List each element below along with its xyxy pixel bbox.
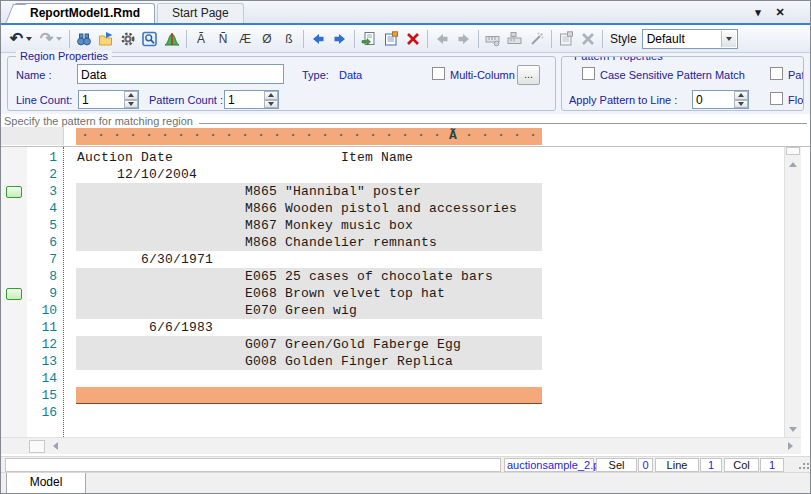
region-properties-button[interactable]: [380, 28, 402, 50]
trap-o-slash-button[interactable]: Ø: [256, 28, 278, 50]
combobox-dropdown-icon[interactable]: [721, 31, 736, 47]
multi-column-ellipsis-button[interactable]: ...: [517, 65, 540, 85]
trap-nonblank-button[interactable]: Ñ: [212, 28, 234, 50]
report-row[interactable]: 14: [1, 370, 792, 387]
apply-pattern-input[interactable]: [693, 91, 733, 108]
status-message-cell: [5, 458, 501, 472]
redo-icon: ↷: [40, 31, 53, 47]
scroll-down-icon[interactable]: [785, 421, 801, 437]
tab-list-menu-icon[interactable]: ▾: [750, 4, 766, 20]
new-region-button[interactable]: [358, 28, 380, 50]
row-text[interactable]: 6/6/1983: [76, 319, 213, 336]
pattern-trap-strip[interactable]: · · · · · · · · · · · · · · · · · · · · …: [76, 128, 542, 145]
line-count-stepper[interactable]: [78, 90, 139, 109]
report-row[interactable]: 5 M867 Monkey music box: [1, 217, 792, 234]
histogram-icon: [164, 31, 180, 47]
vertical-scrollbar[interactable]: [784, 147, 801, 437]
scroll-up-icon[interactable]: [785, 156, 801, 172]
forward-button[interactable]: [329, 28, 351, 50]
apply-pattern-stepper[interactable]: [692, 90, 749, 109]
report-row[interactable]: 13 G008 Golden Finger Replica: [1, 353, 792, 370]
row-text[interactable]: M867 Monkey music box: [76, 217, 413, 234]
apply-pattern-up-icon[interactable]: [734, 91, 748, 100]
trap-marker-line-3[interactable]: [6, 186, 22, 198]
report-row[interactable]: 11 6/6/1983: [1, 319, 792, 336]
horizontal-scrollbar[interactable]: [1, 437, 801, 454]
find-button[interactable]: [73, 28, 95, 50]
scroll-left-icon[interactable]: [47, 438, 64, 454]
report-view[interactable]: 1Auction Date Item Name 2 12/10/2004 3 M…: [1, 147, 810, 437]
line-count-input[interactable]: [79, 91, 123, 108]
name-input[interactable]: [78, 66, 283, 84]
tab-close-icon[interactable]: ✕: [772, 4, 788, 20]
scroll-right-icon[interactable]: [782, 438, 799, 454]
apply-pattern-down-icon[interactable]: [734, 100, 748, 109]
scrollbar-splitter-box[interactable]: [786, 147, 800, 155]
line-count-down-icon[interactable]: [124, 100, 138, 109]
trap-alpha-button[interactable]: Ã: [190, 28, 212, 50]
tab-start-page[interactable]: Start Page: [157, 3, 244, 23]
floating-checkbox-clipped[interactable]: [770, 92, 783, 105]
undo-button[interactable]: ↶: [6, 28, 36, 50]
name-label: Name :: [16, 69, 51, 81]
report-row[interactable]: 16: [1, 404, 792, 421]
row-text[interactable]: M865 "Hannibal" poster: [76, 183, 421, 200]
move-to-folder-button[interactable]: [95, 28, 117, 50]
row-text[interactable]: Auction Date Item Name: [76, 149, 413, 166]
row-text[interactable]: M868 Chandelier remnants: [76, 234, 437, 251]
pattern-count-up-icon[interactable]: [264, 91, 278, 100]
tab-reportmodel[interactable]: ReportModel1.Rmd: [15, 3, 155, 23]
report-row[interactable]: 7 6/30/1971: [1, 251, 792, 268]
pattern-count-input[interactable]: [225, 91, 263, 108]
pattern-checkbox-clipped[interactable]: [770, 67, 783, 80]
toolbar-separator: [602, 30, 603, 48]
trap-marker-line-9[interactable]: [6, 288, 22, 300]
row-text[interactable]: M866 Wooden pistol and accessories: [76, 200, 517, 217]
trap-ae-button[interactable]: Æ: [234, 28, 256, 50]
name-field[interactable]: [77, 64, 284, 84]
row-text[interactable]: E070 Green wig: [76, 302, 357, 319]
row-text[interactable]: G007 Green/Gold Faberge Egg: [76, 336, 461, 353]
tab-model[interactable]: Model: [6, 473, 86, 494]
report-row[interactable]: 2 12/10/2004: [1, 166, 792, 183]
apply-pattern-label: Apply Pattern to Line :: [569, 94, 677, 106]
row-text[interactable]: E068 Brown velvet top hat: [76, 285, 445, 302]
line-number: 16: [1, 404, 57, 421]
row-text[interactable]: 6/30/1971: [76, 251, 213, 268]
properties-panel: Region Properties Name : Type: Data Mult…: [1, 53, 810, 114]
report-row[interactable]: 9 E068 Brown velvet top hat: [1, 285, 792, 302]
report-row[interactable]: 15: [1, 387, 792, 404]
line-count-up-icon[interactable]: [124, 91, 138, 100]
arrow-left-icon: [310, 31, 326, 47]
type-value-link[interactable]: Data: [339, 69, 362, 81]
report-row[interactable]: 6 M868 Chandelier remnants: [1, 234, 792, 251]
report-row[interactable]: 10 E070 Green wig: [1, 302, 792, 319]
multi-column-checkbox[interactable]: [432, 67, 445, 80]
floating-checkbox-label-clipped: Floa: [788, 94, 804, 106]
style-combobox-value: Default: [647, 32, 685, 46]
row-text[interactable]: 12/10/2004: [76, 166, 197, 183]
pattern-gutter-cell: [1, 127, 64, 145]
redo-button[interactable]: ↷: [36, 28, 66, 50]
style-combobox[interactable]: Default: [642, 29, 738, 49]
report-row[interactable]: 8 E065 25 cases of chocolate bars: [1, 268, 792, 285]
settings-button[interactable]: [117, 28, 139, 50]
back-button[interactable]: [307, 28, 329, 50]
pattern-properties-title: Pattern Properties: [570, 56, 667, 62]
resize-grip-icon[interactable]: [803, 463, 805, 465]
report-row[interactable]: 3 M865 "Hannibal" poster: [1, 183, 792, 200]
hscroll-splitter-box[interactable]: [29, 440, 45, 453]
pattern-count-down-icon[interactable]: [264, 100, 278, 109]
row-text[interactable]: E065 25 cases of chocolate bars: [76, 268, 493, 285]
row-text[interactable]: G008 Golden Finger Replica: [76, 353, 453, 370]
trap-sharp-s-button[interactable]: ß: [278, 28, 300, 50]
report-row[interactable]: 12 G007 Green/Gold Faberge Egg: [1, 336, 792, 353]
case-sensitive-checkbox[interactable]: [582, 67, 595, 80]
statistics-button[interactable]: [161, 28, 183, 50]
delete-region-button[interactable]: [402, 28, 424, 50]
preview-button[interactable]: [139, 28, 161, 50]
pattern-count-stepper[interactable]: [224, 90, 279, 109]
report-row[interactable]: 1Auction Date Item Name: [1, 149, 792, 166]
report-row[interactable]: 4 M866 Wooden pistol and accessories: [1, 200, 792, 217]
ruler-pin-icon: [507, 31, 523, 47]
